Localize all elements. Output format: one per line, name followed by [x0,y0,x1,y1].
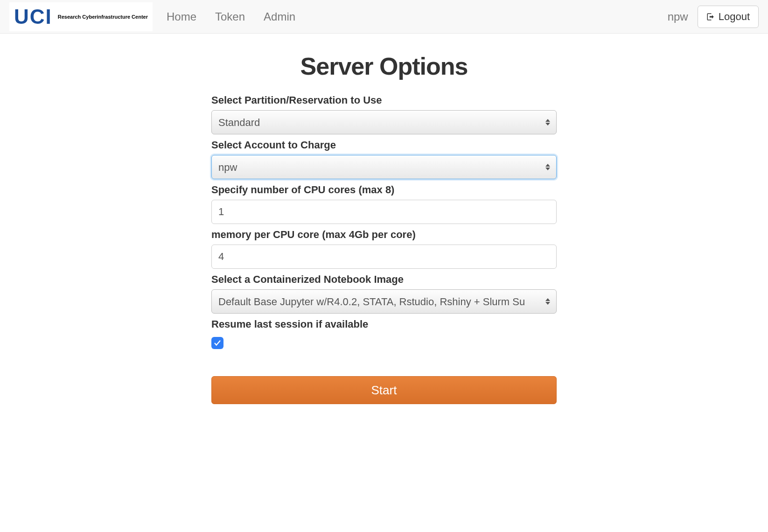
image-select[interactable]: Default Base Jupyter w/R4.0.2, STATA, Rs… [211,289,557,314]
nav-link-admin[interactable]: Admin [264,10,295,23]
nav-link-token[interactable]: Token [215,10,245,23]
check-icon [213,339,222,347]
nav-username: npw [668,10,688,23]
nav-links: Home Token Admin [167,10,295,23]
resume-label: Resume last session if available [211,318,557,330]
partition-select[interactable]: Standard [211,110,557,134]
image-label: Select a Containerized Notebook Image [211,273,557,286]
logout-label: Logout [719,11,750,23]
partition-label: Select Partition/Reservation to Use [211,94,557,106]
logout-button[interactable]: Logout [698,6,759,28]
account-select[interactable]: npw [211,155,557,179]
logout-icon [706,13,715,21]
resume-checkbox[interactable] [211,337,223,349]
cpu-input[interactable] [211,200,557,224]
brand-logo[interactable]: UCI Research Cyberinfrastructure Center [9,2,153,31]
account-label: Select Account to Charge [211,139,557,151]
main-container: Server Options Select Partition/Reservat… [202,52,566,404]
memory-input[interactable] [211,245,557,269]
start-button[interactable]: Start [211,376,557,404]
logo-subtext: Research Cyberinfrastructure Center [58,14,148,20]
logo-text: UCI [14,5,52,28]
memory-label: memory per CPU core (max 4Gb per core) [211,229,557,241]
navbar: UCI Research Cyberinfrastructure Center … [0,0,768,34]
page-title: Server Options [211,52,557,80]
nav-link-home[interactable]: Home [167,10,196,23]
cpu-label: Specify number of CPU cores (max 8) [211,184,557,196]
